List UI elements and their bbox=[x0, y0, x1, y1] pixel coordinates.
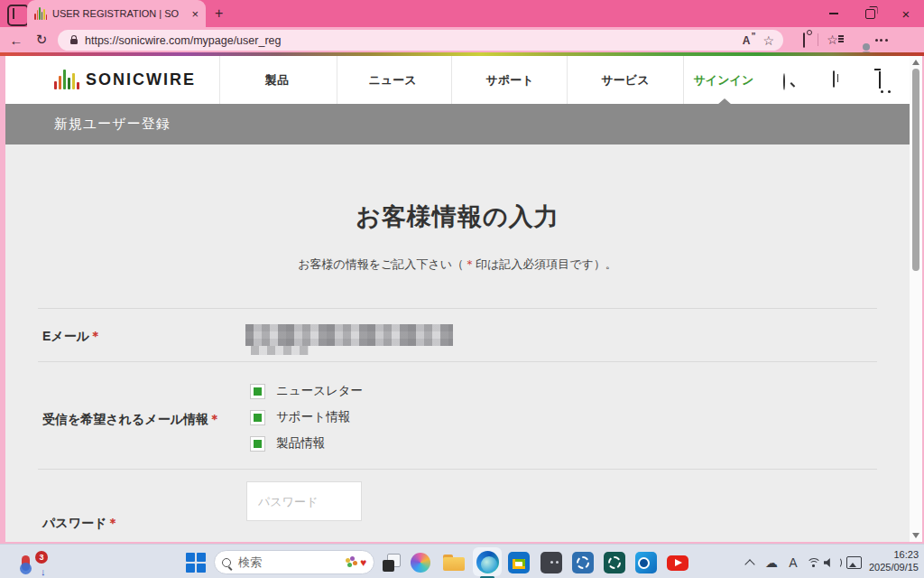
tab-actions-menu-icon[interactable] bbox=[7, 5, 29, 26]
tab-close-icon[interactable]: × bbox=[191, 8, 199, 20]
checkbox-row-support: サポート情報 bbox=[250, 409, 350, 425]
nav-item-products[interactable]: 製品 bbox=[265, 56, 289, 104]
window-frame: SONICWIRE 製品 ニュース サポート サービス サインイン 新規ユーザー… bbox=[0, 52, 924, 544]
site-navbar: SONICWIRE 製品 ニュース サポート サービス サインイン bbox=[5, 56, 910, 104]
bouquet-emoji-icon bbox=[345, 556, 357, 569]
address-bar[interactable]: https://sonicwire.com/mypage/user_reg A … bbox=[58, 30, 783, 51]
url-text[interactable]: https://sonicwire.com/mypage/user_reg bbox=[85, 34, 281, 47]
required-asterisk: ＊ bbox=[106, 516, 119, 530]
email-value-redacted bbox=[251, 346, 309, 355]
toolbar-icons: ☆ bbox=[791, 27, 924, 52]
blue-ring-app-icon[interactable] bbox=[571, 551, 595, 574]
windows-taskbar: ↓ 3 検索 ♥ ☁ A 16:23 2025/09/15 bbox=[0, 544, 924, 578]
taskbar-copilot-icon[interactable] bbox=[409, 551, 432, 574]
favorite-star-icon[interactable]: ☆ bbox=[762, 33, 774, 48]
sonicwire-logo-icon bbox=[54, 70, 79, 89]
paperclip-icon[interactable] bbox=[833, 71, 835, 88]
search-icon[interactable] bbox=[783, 74, 785, 90]
form-divider bbox=[38, 469, 877, 470]
teal-ring-app-icon[interactable] bbox=[603, 551, 626, 574]
start-button[interactable] bbox=[184, 551, 208, 574]
mail-info-label-text: 受信を希望されるメール情報 bbox=[42, 412, 208, 426]
email-label-text: Eメール bbox=[42, 329, 89, 343]
taskbar-search-box[interactable]: 検索 ♥ bbox=[214, 550, 374, 574]
form-heading: お客様情報の入力 bbox=[5, 200, 910, 233]
nav-divider bbox=[219, 56, 220, 104]
widgets-weather-icon[interactable]: ↓ 3 bbox=[14, 551, 37, 574]
required-asterisk: ＊ bbox=[464, 257, 476, 271]
nav-item-services[interactable]: サービス bbox=[602, 56, 650, 104]
nav-item-signin[interactable]: サインイン bbox=[694, 56, 754, 104]
taskbar-clock[interactable]: 16:23 2025/09/15 bbox=[869, 548, 919, 573]
tray-sync-icon[interactable] bbox=[842, 551, 865, 574]
checkbox-checked-mark bbox=[254, 440, 262, 448]
window-close-button[interactable]: × bbox=[888, 0, 924, 27]
tray-hidden-icons-chevron-icon[interactable] bbox=[738, 551, 762, 574]
nav-divider bbox=[451, 56, 452, 104]
password-input[interactable] bbox=[246, 481, 362, 521]
checkbox-label[interactable]: サポート情報 bbox=[276, 409, 350, 425]
search-placeholder: 検索 bbox=[238, 555, 262, 571]
clock-date: 2025/09/15 bbox=[869, 561, 919, 573]
extensions-icon[interactable] bbox=[791, 33, 816, 47]
cart-icon[interactable] bbox=[879, 72, 881, 89]
dark-app-icon[interactable] bbox=[540, 551, 563, 574]
task-view-icon[interactable] bbox=[380, 551, 403, 574]
nav-item-news[interactable]: ニュース bbox=[369, 56, 417, 104]
outlook-icon[interactable] bbox=[634, 551, 658, 574]
form-divider bbox=[38, 308, 877, 309]
browser-tab-active[interactable]: USER REGISTRATION | SONICWIRE × bbox=[27, 0, 206, 27]
window-restore-button[interactable] bbox=[852, 0, 888, 27]
file-explorer-icon[interactable] bbox=[442, 551, 466, 574]
mail-info-label: 受信を希望されるメール情報＊ bbox=[42, 412, 221, 428]
checkbox-product[interactable] bbox=[250, 436, 265, 452]
checkbox-label[interactable]: ニュースレター bbox=[276, 383, 363, 399]
back-button[interactable]: ← bbox=[4, 27, 29, 52]
form-divider bbox=[38, 361, 877, 362]
youtube-icon[interactable] bbox=[666, 551, 689, 574]
checkbox-checked-mark bbox=[254, 387, 262, 396]
scrollbar-down-arrow-icon[interactable] bbox=[912, 533, 919, 538]
toolbar-divider bbox=[818, 33, 818, 46]
scrollbar-thumb[interactable] bbox=[912, 69, 919, 271]
checkbox-row-product: 製品情報 bbox=[250, 435, 325, 452]
scrollbar-up-arrow-icon[interactable] bbox=[912, 60, 919, 65]
password-label: パスワード＊ bbox=[42, 516, 119, 532]
nav-divider bbox=[567, 56, 568, 104]
required-asterisk: ＊ bbox=[208, 412, 221, 426]
widgets-badge: 3 bbox=[35, 551, 48, 564]
form-subtitle-pre: お客様の情報をご記入下さい（ bbox=[298, 257, 464, 271]
page-scrollbar[interactable] bbox=[910, 56, 922, 542]
temperature-down-arrow-icon: ↓ bbox=[41, 566, 46, 577]
search-icon bbox=[222, 558, 231, 567]
checkbox-label[interactable]: 製品情報 bbox=[276, 435, 325, 452]
window-minimize-button[interactable] bbox=[816, 0, 852, 27]
new-tab-button[interactable]: + bbox=[215, 6, 223, 21]
onedrive-cloud-icon[interactable]: ☁ bbox=[760, 551, 783, 574]
heart-emoji-icon: ♥ bbox=[360, 557, 366, 568]
sonicwire-logo-text: SONICWIRE bbox=[86, 70, 196, 89]
form-subtitle: お客様の情報をご記入下さい（＊印は記入必須項目です）。 bbox=[5, 256, 910, 273]
edge-browser-icon-active[interactable] bbox=[473, 547, 502, 576]
browser-menu-icon[interactable] bbox=[869, 39, 893, 42]
tab-title: USER REGISTRATION | SONICWIRE bbox=[52, 8, 179, 19]
read-aloud-icon[interactable]: A bbox=[743, 34, 751, 47]
form-subtitle-post: 印は記入必須項目です）。 bbox=[476, 257, 617, 271]
email-label: Eメール＊ bbox=[42, 329, 102, 345]
lock-icon bbox=[70, 39, 78, 44]
password-label-text: パスワード bbox=[42, 516, 106, 530]
checkbox-newsletter[interactable] bbox=[250, 384, 265, 399]
checkbox-row-newsletter: ニュースレター bbox=[250, 383, 363, 399]
email-value-redacted bbox=[245, 324, 453, 346]
nav-item-support[interactable]: サポート bbox=[486, 56, 534, 104]
sonicwire-favicon-icon bbox=[34, 7, 47, 20]
microsoft-store-icon[interactable] bbox=[507, 551, 531, 574]
favorites-bar-icon[interactable]: ☆ bbox=[820, 33, 845, 47]
required-asterisk: ＊ bbox=[89, 329, 102, 343]
refresh-button[interactable]: ↻ bbox=[29, 27, 54, 52]
browser-titlebar: USER REGISTRATION | SONICWIRE × + × bbox=[0, 0, 924, 27]
nav-divider bbox=[683, 56, 684, 104]
sonicwire-logo[interactable]: SONICWIRE bbox=[54, 70, 196, 89]
page-banner: 新規ユーザー登録 bbox=[5, 104, 910, 144]
checkbox-support[interactable] bbox=[250, 410, 265, 425]
